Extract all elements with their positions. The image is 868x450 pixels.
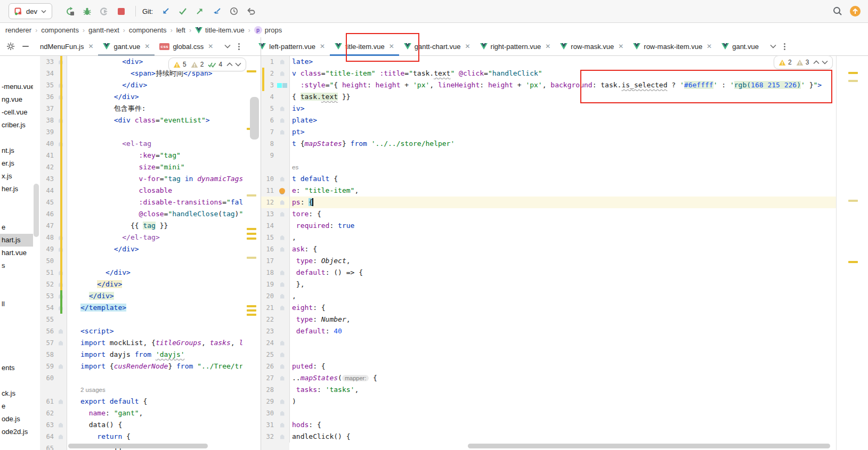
code-text[interactable]: </div> [67,267,242,279]
code-text[interactable]: v-for="tag in dynamicTags" [67,173,242,185]
code-text[interactable]: </el-tag> [67,232,242,243]
tree-item-odejs[interactable]: ode.js [0,413,33,426]
code-text[interactable]: t {mapStates} from '../../store/helper' [289,138,836,150]
code-line[interactable]: 13tore: { [261,208,836,220]
fold-marker-icon[interactable] [280,130,285,135]
code-line[interactable]: 51 </div> [40,267,242,279]
line-number[interactable]: 61 [40,396,55,407]
search-icon[interactable] [833,6,842,16]
line-number[interactable]: 4 [261,91,275,103]
code-text[interactable]: type: Object, [289,255,836,267]
code-text[interactable]: export default { [67,396,242,407]
tab-global-css[interactable]: cssglobal.css✕ [155,37,218,55]
code-text[interactable] [67,126,242,138]
intention-bulb-icon[interactable] [279,188,285,194]
tree-item-ckjs[interactable]: ck.js [0,387,33,400]
code-line[interactable]: 36 </div> [40,91,242,103]
line-number[interactable]: 11 [261,185,275,197]
prev-problem-icon[interactable] [813,60,820,64]
fold-marker-icon[interactable] [280,235,285,240]
gear-icon[interactable] [6,42,15,51]
breadcrumb-item[interactable]: renderer [3,26,34,35]
close-icon[interactable]: ✕ [465,43,470,50]
update-available-icon[interactable] [850,6,861,17]
line-number[interactable]: 34 [40,68,55,79]
fold-marker-icon[interactable] [280,411,285,416]
code-line[interactable]: 10t default { [261,173,836,185]
tab-right-pattern-vue[interactable]: right-pattern.vue✕ [475,37,556,55]
tree-item-ode2djs[interactable]: ode2d.js [0,426,33,438]
code-text[interactable]: import dayjs from 'dayjs' [67,349,242,361]
code-text[interactable]: andleClick() { [289,431,836,443]
code-text[interactable]: default: 40 [289,325,836,337]
code-line[interactable]: 45 :disable-transitions="false" [40,197,242,208]
line-number[interactable]: 21 [261,302,275,314]
code-text[interactable]: name: "gant", [67,407,242,419]
code-text[interactable] [67,314,242,325]
code-text[interactable]: ) [289,396,836,407]
code-text[interactable]: import {cusRenderNode} from "../Tree/tre… [67,361,242,372]
code-text[interactable]: return { [67,431,242,443]
line-number[interactable]: 60 [40,372,55,384]
code-line[interactable]: 15, [261,232,836,243]
code-line[interactable]: 28 tasks: 'tasks', [261,384,836,396]
more-options-icon[interactable] [784,43,785,50]
code-line[interactable]: 63 data() { [40,419,242,431]
code-line[interactable]: 25 [261,349,836,361]
code-text[interactable]: 包含事件: [67,103,242,114]
code-line[interactable]: 26puted: { [261,361,836,372]
line-number[interactable]: 18 [261,267,275,279]
line-number[interactable]: 36 [40,91,55,103]
line-number[interactable]: 24 [261,337,275,349]
sidebar-scrollbar[interactable] [34,184,39,237]
code-text[interactable] [289,150,836,161]
close-icon[interactable]: ✕ [618,43,623,50]
fold-marker-icon[interactable] [280,107,285,111]
code-text[interactable]: <div class="eventList"> [67,114,242,126]
tree-item-ll[interactable]: ll [0,298,33,310]
code-text[interactable]: </template> [67,302,242,314]
code-line[interactable]: 48 </el-tag> [40,232,242,243]
line-number[interactable]: 59 [40,361,55,372]
code-text[interactable]: iv> [289,103,836,114]
code-line[interactable]: 19 }, [261,279,836,290]
close-icon[interactable]: ✕ [320,43,325,50]
line-number[interactable]: 12 [261,197,275,208]
code-text[interactable]: , [289,232,836,243]
line-number[interactable]: 22 [261,314,275,325]
tree-item-xjs[interactable]: x.js [0,170,33,183]
line-number[interactable]: 37 [40,103,55,114]
code-line[interactable]: 61export default { [40,396,242,407]
fold-marker-icon[interactable] [59,399,63,404]
stop-icon[interactable] [114,4,129,19]
line-number[interactable]: 53 [40,290,55,302]
code-line[interactable]: 24 [261,337,836,349]
fold-marker-icon[interactable] [280,177,285,182]
tree-item-hartjs[interactable]: hart.js [0,234,33,247]
color-swatch[interactable] [277,83,282,88]
code-line[interactable]: 57import mockList, {titleGroups, tasks, … [40,337,242,349]
line-number[interactable]: 50 [40,255,55,267]
tab-gant-vue[interactable]: gant.vue [717,37,764,55]
tree-item-cellvue[interactable]: -cell.vue [0,106,33,119]
code-line[interactable]: 5iv> [261,103,836,114]
fold-marker-icon[interactable] [280,376,285,381]
code-line[interactable]: 29) [261,396,836,407]
line-number[interactable]: 56 [40,325,55,337]
breadcrumb-item[interactable]: components [39,26,81,35]
code-text[interactable] [289,337,836,349]
code-text[interactable]: t default { [289,173,836,185]
git-commit-icon[interactable] [175,4,190,19]
horizontal-scrollbar[interactable] [468,444,830,448]
tree-item-menuvue[interactable]: -menu.vue [0,80,33,93]
fold-marker-icon[interactable] [59,341,63,346]
code-text[interactable]: <script> [67,325,242,337]
code-line[interactable]: 59import {cusRenderNode} from "../Tree/t… [40,361,242,372]
code-line[interactable]: 17 type: Object, [261,255,836,267]
horizontal-scrollbar[interactable] [68,444,208,448]
line-number[interactable]: 47 [40,220,55,232]
line-number[interactable]: 27 [261,372,275,384]
line-number[interactable]: 26 [261,361,275,372]
tree-item-ngvue[interactable]: ng.vue [0,93,33,106]
tab-row-mask-vue[interactable]: row-mask.vue✕ [555,37,628,55]
